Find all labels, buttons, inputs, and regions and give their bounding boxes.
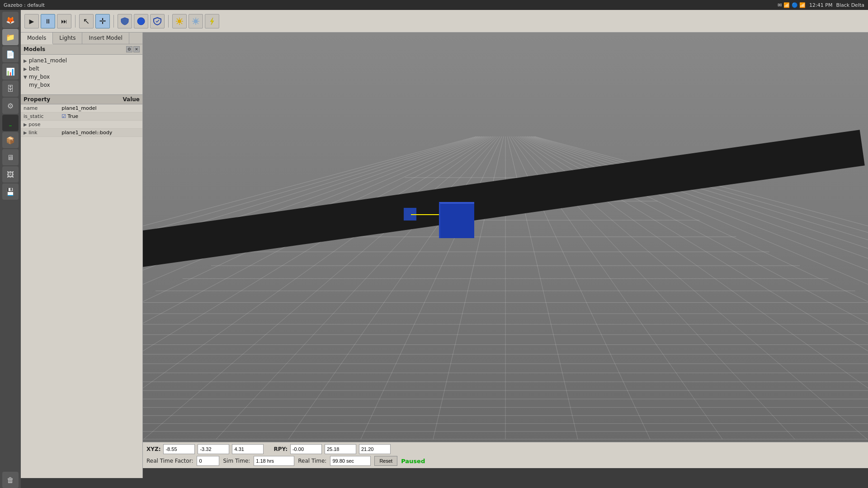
real-time-label: Real Time: [298,458,326,464]
prop-row-name: name plane1_model [21,104,142,113]
toolbar-shield2-btn[interactable] [150,14,165,28]
panel-header-icons: ⚙ ✕ [126,46,140,52]
property-title: Property [24,96,50,103]
tab-lights[interactable]: Lights [53,33,82,44]
prop-key-pose[interactable]: ▶ pose [21,121,142,129]
tree-item-my-box-child[interactable]: my_box [21,81,142,89]
rpy-label: RPY: [274,446,287,452]
coord-row: XYZ: RPY: [146,444,864,454]
tree-arrow-my-box: ▼ [24,75,27,80]
rpy-y-input[interactable] [359,444,391,454]
checkbox-is-static[interactable]: ☑ [61,113,66,119]
toolbar-sep-3 [168,15,169,28]
sidebar-icon-document[interactable]: 📄 [2,46,19,62]
sidebar-icon-terminal[interactable]: _ [2,115,19,131]
tree-label-belt: belt [29,66,39,72]
toolbar-circle-btn[interactable] [134,14,148,28]
xyz-y-input[interactable] [198,444,229,454]
toolbar-star-btn[interactable] [189,14,203,28]
panel-header: Models ⚙ ✕ [21,44,142,55]
svg-line-8 [181,19,183,20]
toolbar-play-btn[interactable]: ▶ [24,14,39,28]
tree-label-my-box-child: my_box [29,82,50,88]
real-time-input[interactable] [330,456,371,466]
tree-item-my-box[interactable]: ▼ my_box [21,73,142,81]
toolbar-sep-2 [113,15,114,28]
toolbar-shield1-btn[interactable] [118,14,132,28]
tree-arrow-belt: ▶ [24,66,27,71]
sidebar-icon-disk[interactable]: 💾 [2,183,19,200]
panel-title: Models [24,46,45,52]
real-time-factor-label: Real Time Factor: [146,458,193,464]
value-title: Value [123,96,140,103]
tab-insert-model[interactable]: Insert Model [82,33,129,44]
sim-time-input[interactable] [254,456,294,466]
xyz-x-input[interactable] [163,444,195,454]
toolbar-sun-btn[interactable] [172,14,187,28]
rpy-p-input[interactable] [325,444,356,454]
prop-val-link: plane1_model::body [59,129,142,137]
sidebar-icon-files[interactable]: 📁 [2,29,19,45]
sidebar-icon-screen[interactable]: 🖥 [2,149,19,165]
sys-time: 12:41 PM [809,2,832,8]
real-time-factor-input[interactable] [197,456,219,466]
prop-key-link[interactable]: ▶ link [21,129,59,137]
sys-icons: ✉ 📶 🔵 📶 [778,2,806,8]
property-header: Property Value [21,95,142,104]
sidebar-icon-spreadsheet[interactable]: 📊 [2,63,19,80]
panel-settings-icon[interactable]: ⚙ [126,46,132,52]
system-bar: Gazebo : default ✉ 📶 🔵 📶 12:41 PM Black … [0,0,868,10]
toolbar-lightning-btn[interactable] [205,14,219,28]
tree-label-my-box: my_box [29,74,50,80]
svg-line-6 [177,19,178,20]
prop-row-pose: ▶ pose [21,121,142,129]
toolbar-select-btn[interactable]: ↖ [79,14,94,28]
sim-time-label: Sim Time: [223,458,250,464]
expand-arrow-link: ▶ [24,130,27,135]
sys-user: Black Delta [836,2,864,8]
tree-item-belt[interactable]: ▶ belt [21,65,142,73]
system-bar-right: ✉ 📶 🔵 📶 12:41 PM Black Delta [778,2,864,8]
toolbar-move-btn[interactable]: ✛ [95,14,110,28]
prop-key-is-static: is_static [21,113,59,121]
sidebar-icon-settings[interactable]: ⚙ [2,98,19,114]
toolbar-sep-1 [75,15,75,28]
main-toolbar: ▶ ⏸ ⏭ ↖ ✛ [21,10,868,33]
model-tree: ▶ plane1_model ▶ belt ▼ my_box my_box [21,55,142,91]
xyz-label: XYZ: [146,446,160,452]
sidebar-icon-db[interactable]: 🗄 [2,80,19,97]
svg-marker-15 [210,18,214,25]
window-title: Gazebo : default [4,2,45,8]
property-table: name plane1_model is_static ☑ True ▶ pos… [21,104,142,137]
xyz-z-input[interactable] [232,444,264,454]
property-panel: Property Value name plane1_model is_stat… [21,94,142,137]
svg-point-1 [178,19,181,23]
prop-val-is-static: ☑ True [59,113,142,121]
left-sidebar: 🦊 📁 📄 📊 🗄 ⚙ _ 📦 🖥 🖼 💾 🗑 [0,10,21,488]
svg-line-7 [181,23,183,24]
prop-row-link: ▶ link plane1_model::body [21,129,142,137]
toolbar-step-btn[interactable]: ⏭ [57,14,71,28]
tree-item-plane1-model[interactable]: ▶ plane1_model [21,56,142,65]
expand-arrow-pose: ▶ [24,122,27,127]
svg-point-0 [137,18,145,25]
bottom-bar: XYZ: RPY: Real Time Factor: Sim Time: Re… [143,442,868,468]
tab-models[interactable]: Models [21,33,53,44]
panel-close-icon[interactable]: ✕ [133,46,140,52]
rpy-r-input[interactable] [290,444,322,454]
svg-line-9 [177,23,178,24]
reset-button[interactable]: Reset [374,456,397,466]
system-bar-left: Gazebo : default [4,2,45,8]
toolbar-pause-btn[interactable]: ⏸ [41,14,55,28]
prop-row-is-static: is_static ☑ True [21,113,142,121]
sidebar-icon-image[interactable]: 🖼 [2,166,19,183]
tree-arrow-plane1: ▶ [24,58,27,63]
blue-box-large [439,202,474,238]
panel-tabs: Models Lights Insert Model [21,33,142,44]
sidebar-icon-firefox[interactable]: 🦊 [2,12,19,28]
status-row: Real Time Factor: Sim Time: Real Time: R… [146,456,864,466]
left-panel: Models Lights Insert Model Models ⚙ ✕ ▶ … [21,33,143,478]
sidebar-icon-trash[interactable]: 🗑 [2,472,19,488]
viewport[interactable] [143,33,868,442]
sidebar-icon-box3d[interactable]: 📦 [2,132,19,148]
